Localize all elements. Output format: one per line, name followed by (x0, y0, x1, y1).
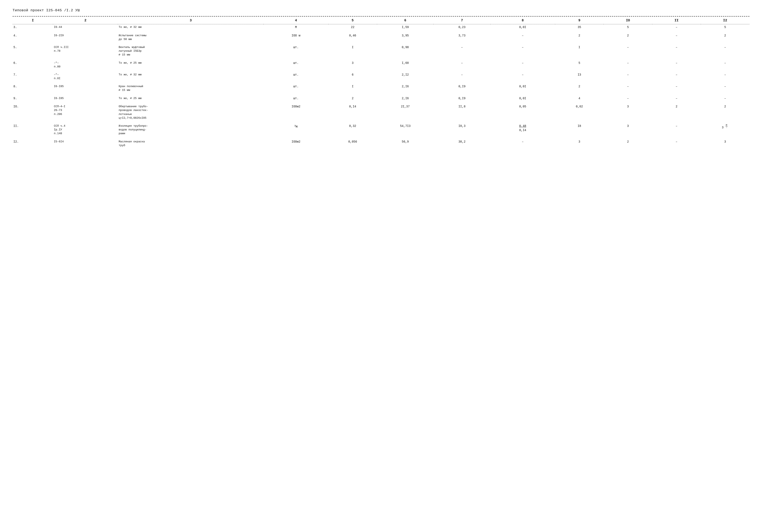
row-col11: 2 (652, 103, 701, 121)
row-col12: – (701, 60, 749, 70)
row-col10: – (604, 44, 652, 58)
col-header-11: II (652, 18, 701, 24)
row-num: 3. (13, 24, 53, 31)
row-col5: 2 (329, 96, 377, 102)
row-col5: I (329, 84, 377, 93)
row-desc: То же, ∅ 32 мм (118, 24, 264, 31)
row-col6: 2I,37 (377, 103, 434, 121)
row-col11: – (652, 44, 701, 58)
row-ref: I6-I85 (53, 84, 118, 93)
row-col12: 3-29 (701, 123, 749, 137)
table-row: 9. I6-I85 То же, ∅ 25 мм шт. 2 2,I6 0,I9… (13, 96, 749, 102)
row-col9: 2 (555, 33, 604, 42)
row-col11: – (652, 72, 701, 82)
row-col12: – (701, 44, 749, 58)
row-col7: II,8 (433, 103, 490, 121)
row-num: 4. (13, 33, 53, 42)
row-col6: 2,I6 (377, 84, 434, 93)
row-num: I2. (13, 139, 53, 149)
row-col11: – (652, 139, 701, 149)
row-num: IO. (13, 103, 53, 121)
top-dashed-line (13, 16, 749, 17)
row-col11: – (652, 84, 701, 93)
col-header-7: 7 (433, 18, 490, 24)
row-col8: 0,0I (490, 96, 555, 102)
col-header-1: I (13, 18, 53, 24)
col-header-2: 2 (53, 18, 118, 24)
row-ref: ССП–4–I 26–73 п.206 (53, 103, 118, 121)
row-col11: – (652, 24, 701, 31)
row-col6: 3,95 (377, 33, 434, 42)
row-col7: 0,23 (433, 24, 490, 31)
row-col5: I (329, 44, 377, 58)
table-row: 5. ССП ч.III п.78 Вентиль муфтовыйлатунн… (13, 44, 749, 58)
col-header-6: 6 (377, 18, 434, 24)
table-row: 4. I6-2I9 Испытание системыдо 50 мм IOO … (13, 33, 749, 42)
row-col11: – (652, 60, 701, 70)
row-col7: 38,2 (433, 139, 490, 149)
row-col9: 0,02 (555, 103, 604, 121)
row-desc: Изоляция трубопро-водов полуцилинд-рами (118, 123, 264, 137)
row-ref: I6-I85 (53, 96, 118, 102)
row-col9: 5 (555, 60, 604, 70)
row-desc: Вентиль муфтовыйлатунный I5Б3р∅ 15 мм (118, 44, 264, 58)
row-ref: ССП ч.III п.78 (53, 44, 118, 58)
row-col10: – (604, 60, 652, 70)
row-num: 9. (13, 96, 53, 102)
row-col8: 0,480,I4 (490, 123, 555, 137)
row-col12: 2 (701, 33, 749, 42)
page-header: Типовой проект I25-045 /I.2 УШ (13, 8, 749, 12)
row-col6: 0,98 (377, 44, 434, 58)
col-header-4: 4 (264, 18, 328, 24)
row-col5: 0,I4 (329, 103, 377, 121)
row-ref: –"– п.80 (53, 60, 118, 70)
row-col7: – (433, 60, 490, 70)
table-row: I2. I5-6I4 Масляная окраскатруб IOOм2 0,… (13, 139, 749, 149)
row-desc: То же, ∅ 32 мм (118, 72, 264, 82)
row-ref: ССП ч.4 Iр.IУ п.148 (53, 123, 118, 137)
col-header-9: 9 (555, 18, 604, 24)
row-num: 6. (13, 60, 53, 70)
row-col11: – (652, 96, 701, 102)
table-row: 7. –"– п.8I То же, ∅ 32 мм шт. 6 2,I2 – … (13, 72, 749, 82)
row-col8: 0,0I (490, 24, 555, 31)
column-header-row: I 2 3 4 5 6 7 8 9 IO II I2 (13, 18, 749, 24)
row-col7: 0,I9 (433, 84, 490, 93)
row-col9: 3 (555, 139, 604, 149)
row-col5: 3 (329, 60, 377, 70)
row-col5: 0,32 (329, 123, 377, 137)
row-col12: – (701, 72, 749, 82)
row-col12: – (701, 96, 749, 102)
row-num: 7. (13, 72, 53, 82)
col-header-10: IO (604, 18, 652, 24)
row-col9: 2 (555, 84, 604, 93)
table-row: 8. I6-I85 Кран поливочный∅ 15 мм шт. I 2… (13, 84, 749, 93)
row-col8: 0,05 (490, 103, 555, 121)
col-header-3: 3 (118, 18, 264, 24)
row-col8: 0,0I (490, 84, 555, 93)
row-unit: шт. (264, 72, 328, 82)
row-col8: – (490, 139, 555, 149)
row-col10: – (604, 96, 652, 102)
row-unit: IOOм2 (264, 103, 328, 121)
row-col10: – (604, 72, 652, 82)
row-col9: 35 (555, 24, 604, 31)
row-unit: М (264, 24, 328, 31)
row-ref: I6-2I9 (53, 33, 118, 42)
row-col6: 54,7I3 (377, 123, 434, 137)
row-col6: I,68 (377, 60, 434, 70)
row-col7: I0,3 (433, 123, 490, 137)
row-ref: –"– п.8I (53, 72, 118, 82)
row-col12: 3 (701, 139, 749, 149)
row-unit: IOOм2 (264, 139, 328, 149)
row-col10: – (604, 84, 652, 93)
row-unit: 3М (264, 123, 328, 137)
row-ref: I5-6I4 (53, 139, 118, 149)
row-desc: Испытание системыдо 50 мм (118, 33, 264, 42)
row-num: 8. (13, 84, 53, 93)
row-col6: I,59 (377, 24, 434, 31)
row-col12: 2 (701, 103, 749, 121)
row-col6: 56,9 (377, 139, 434, 149)
row-ref: I6-44 (53, 24, 118, 31)
row-col7: 3,73 (433, 33, 490, 42)
